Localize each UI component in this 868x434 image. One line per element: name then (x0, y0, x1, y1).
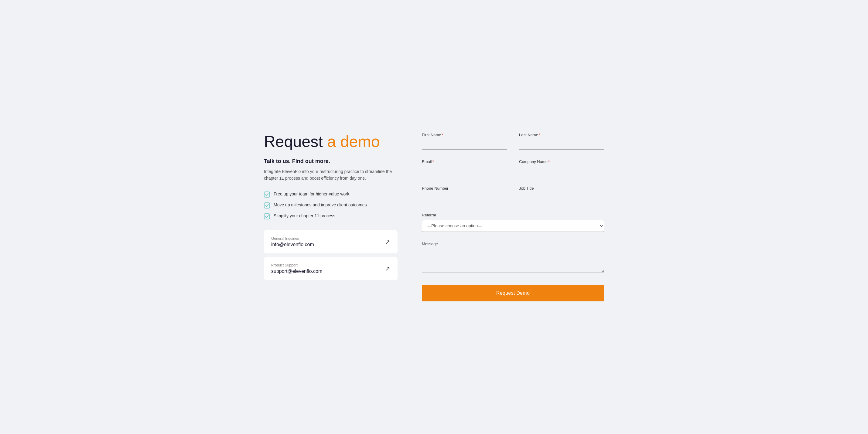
arrow-icon: ↗ (385, 238, 390, 245)
message-textarea[interactable] (422, 248, 604, 273)
form-grid: First Name* Last Name* Email* (422, 133, 604, 301)
feature-text: Simplify your chapter 11 process. (274, 213, 337, 218)
left-panel: Request a demo Talk to us. Find out more… (264, 133, 398, 280)
required-star: * (548, 159, 550, 164)
contact-card-label: Product Support (271, 263, 322, 267)
required-star: * (432, 159, 434, 164)
email-group: Email* (422, 159, 507, 176)
check-icon (264, 202, 270, 208)
company-name-label: Company Name* (519, 159, 604, 164)
feature-text: Move up milestones and improve client ou… (274, 202, 368, 207)
last-name-group: Last Name* (519, 133, 604, 149)
features-list: Free up your team for higher-value work.… (264, 192, 398, 220)
page-description: Integrate ElevenFlo into your restructur… (264, 168, 398, 182)
job-title-group: Job Title (519, 186, 604, 203)
svg-rect-0 (264, 192, 270, 197)
list-item: Simplify your chapter 11 process. (264, 213, 398, 220)
referral-select[interactable]: —Please choose an option— Search Engine … (422, 220, 604, 232)
referral-group: Referral —Please choose an option— Searc… (422, 213, 604, 232)
contact-cards: General Inquiries info@elevenflo.com ↗ P… (264, 230, 398, 280)
phone-number-input[interactable] (422, 193, 507, 203)
svg-rect-1 (264, 203, 270, 208)
svg-rect-2 (264, 214, 270, 219)
company-name-input[interactable] (519, 166, 604, 176)
company-name-group: Company Name* (519, 159, 604, 176)
page-subtitle: Talk to us. Find out more. (264, 158, 398, 165)
page-title-accent: a demo (327, 133, 380, 150)
contact-card-info: Product Support support@elevenflo.com (271, 263, 322, 274)
page-title: Request a demo (264, 133, 398, 151)
first-name-group: First Name* (422, 133, 507, 149)
check-icon (264, 192, 270, 198)
submit-button[interactable]: Request Demo (422, 285, 604, 301)
right-panel: First Name* Last Name* Email* (422, 133, 604, 301)
check-icon (264, 213, 270, 220)
phone-number-group: Phone Number (422, 186, 507, 203)
page-title-static: Request (264, 133, 327, 150)
arrow-icon: ↗ (385, 265, 390, 272)
first-name-label: First Name* (422, 133, 507, 137)
page-container: Request a demo Talk to us. Find out more… (252, 114, 616, 320)
email-input[interactable] (422, 166, 507, 176)
message-label: Message (422, 242, 604, 246)
job-title-input[interactable] (519, 193, 604, 203)
required-star: * (539, 133, 540, 137)
last-name-label: Last Name* (519, 133, 604, 137)
list-item: Move up milestones and improve client ou… (264, 202, 398, 208)
required-star: * (442, 133, 443, 137)
product-support-card[interactable]: Product Support support@elevenflo.com ↗ (264, 257, 398, 280)
contact-card-email: info@elevenflo.com (271, 242, 314, 247)
demo-request-form: First Name* Last Name* Email* (422, 133, 604, 301)
first-name-input[interactable] (422, 140, 507, 149)
general-inquiries-card[interactable]: General Inquiries info@elevenflo.com ↗ (264, 230, 398, 254)
last-name-input[interactable] (519, 140, 604, 149)
contact-card-email: support@elevenflo.com (271, 269, 322, 274)
feature-text: Free up your team for higher-value work. (274, 192, 350, 196)
contact-card-info: General Inquiries info@elevenflo.com (271, 236, 314, 247)
phone-number-label: Phone Number (422, 186, 507, 191)
message-group: Message (422, 242, 604, 273)
job-title-label: Job Title (519, 186, 604, 191)
email-label: Email* (422, 159, 507, 164)
list-item: Free up your team for higher-value work. (264, 192, 398, 198)
referral-label: Referral (422, 213, 604, 217)
contact-card-label: General Inquiries (271, 236, 314, 241)
submit-group: Request Demo (422, 282, 604, 301)
